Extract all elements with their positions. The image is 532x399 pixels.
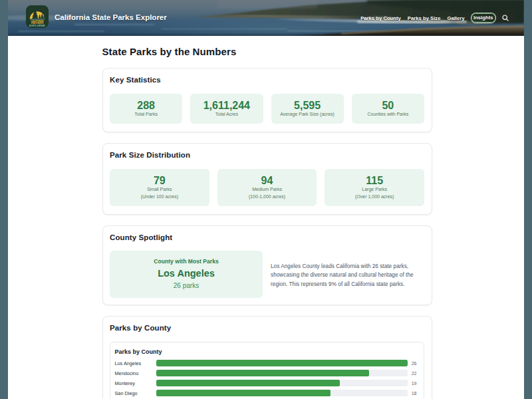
svg-text:EXPLORER: EXPLORER	[29, 24, 45, 27]
